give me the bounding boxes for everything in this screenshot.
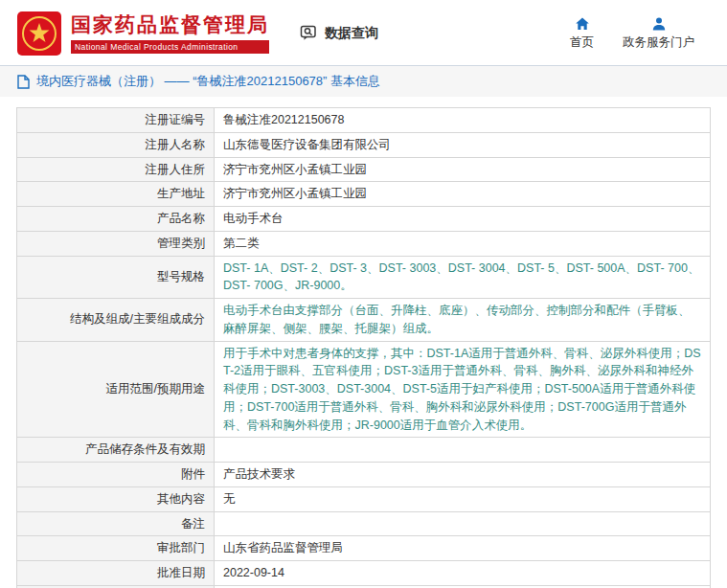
- table-row: 其他内容无: [17, 486, 711, 511]
- data-query-nav[interactable]: 数据查询: [300, 24, 378, 43]
- row-value: [215, 438, 711, 463]
- row-label: 注册人住所: [17, 157, 215, 182]
- row-value: [215, 511, 711, 536]
- agency-name-en: National Medical Products Administration: [71, 40, 269, 54]
- row-value: 第二类: [215, 231, 711, 256]
- table-row: 产品储存条件及有效期: [17, 438, 711, 463]
- row-value: 用于手术中对患者身体的支撑，其中：DST-1A适用于普通外科、骨科、泌尿外科使用…: [215, 341, 711, 438]
- row-label: 产品名称: [17, 207, 215, 232]
- row-label: 结构及组成/主要组成成分: [17, 299, 215, 342]
- agency-name-cn: 国家药品监督管理局: [71, 13, 269, 36]
- table-row: 注册人名称山东德曼医疗设备集团有限公司: [17, 132, 711, 157]
- table-row: 注册人住所济宁市兖州区小孟镇工业园: [17, 157, 711, 182]
- breadcrumb-text: 境内医疗器械（注册） —— “鲁械注准20212150678” 基本信息: [36, 73, 380, 90]
- info-table-body: 注册证编号鲁械注准20212150678注册人名称山东德曼医疗设备集团有限公司注…: [17, 108, 711, 588]
- row-value: 产品技术要求: [215, 463, 711, 487]
- row-value: 2022-09-14: [215, 561, 711, 586]
- row-value: 济宁市兖州区小孟镇工业园: [215, 157, 711, 182]
- table-row: 注册证编号鲁械注准20212150678: [17, 108, 711, 133]
- row-value: 电动手术台: [215, 207, 711, 232]
- row-label: 其他内容: [17, 486, 215, 511]
- agency-title: 国家药品监督管理局 National Medical Products Admi…: [71, 13, 269, 53]
- row-label: 生产地址: [17, 182, 215, 207]
- row-value: 鲁械注准20212150678: [215, 108, 711, 133]
- row-label: 适用范围/预期用途: [17, 341, 215, 438]
- table-row: 附件产品技术要求: [17, 463, 711, 487]
- table-row: 备注: [17, 511, 711, 536]
- nav-portal[interactable]: 政务服务门户: [623, 16, 694, 51]
- site-header: 国家药品监督管理局 National Medical Products Admi…: [0, 0, 727, 66]
- row-value: 山东德曼医疗设备集团有限公司: [215, 132, 711, 157]
- row-value: 电动手术台由支撑部分（台面、升降柱、底座）、传动部分、控制部分和配件（手臂板、麻…: [215, 299, 711, 342]
- data-query-label: 数据查询: [325, 25, 378, 42]
- row-label: 批准日期: [17, 561, 215, 586]
- row-value: DST- 1A、DST- 2、DST- 3、DST- 3003、DST- 300…: [215, 256, 711, 299]
- row-value: 无: [215, 486, 711, 511]
- row-label: 备注: [17, 511, 215, 536]
- table-row: 结构及组成/主要组成成分电动手术台由支撑部分（台面、升降柱、底座）、传动部分、控…: [17, 299, 711, 342]
- row-label: 型号规格: [17, 256, 215, 299]
- row-value: 济宁市兖州区小孟镇工业园: [215, 182, 711, 207]
- breadcrumb: 境内医疗器械（注册） —— “鲁械注准20212150678” 基本信息: [0, 66, 727, 97]
- document-icon: [17, 75, 30, 89]
- top-nav: 首页 政务服务门户: [570, 16, 708, 51]
- row-label: 附件: [17, 463, 215, 487]
- row-label: 注册证编号: [17, 108, 215, 133]
- row-value: 山东省药品监督管理局: [215, 536, 711, 561]
- home-icon: [575, 16, 590, 32]
- nav-home-label: 首页: [570, 34, 594, 51]
- table-row: 批准日期2022-09-14: [17, 561, 711, 586]
- table-row: 产品名称电动手术台: [17, 207, 711, 232]
- nav-home[interactable]: 首页: [570, 16, 594, 51]
- table-row: 审批部门山东省药品监督管理局: [17, 536, 711, 561]
- table-row: 生产地址济宁市兖州区小孟镇工业园: [17, 182, 711, 207]
- row-label: 审批部门: [17, 536, 215, 561]
- table-row: 型号规格DST- 1A、DST- 2、DST- 3、DST- 3003、DST-…: [17, 256, 711, 299]
- data-query-icon: [300, 24, 319, 43]
- nmpa-emblem-logo: [17, 11, 61, 56]
- info-table: 注册证编号鲁械注准20212150678注册人名称山东德曼医疗设备集团有限公司注…: [16, 107, 711, 588]
- nav-portal-label: 政务服务门户: [623, 34, 694, 51]
- table-row: 适用范围/预期用途用于手术中对患者身体的支撑，其中：DST-1A适用于普通外科、…: [17, 341, 711, 438]
- row-label: 管理类别: [17, 231, 215, 256]
- user-icon: [651, 16, 667, 32]
- table-row: 管理类别第二类: [17, 231, 711, 256]
- row-label: 注册人名称: [17, 132, 215, 157]
- row-label: 产品储存条件及有效期: [17, 438, 215, 463]
